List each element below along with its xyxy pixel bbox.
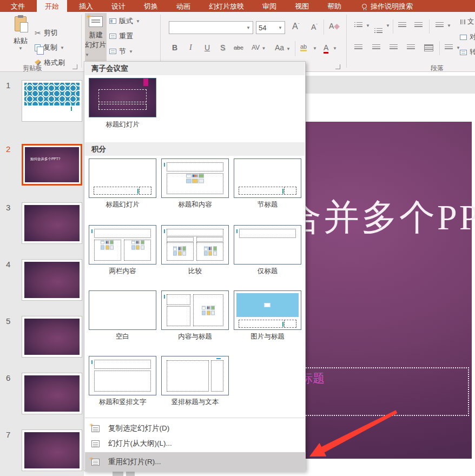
distribute-button[interactable] bbox=[424, 44, 433, 51]
menu-slides-from-outline[interactable]: 幻灯片(从大纲)(L)... bbox=[85, 436, 306, 451]
grow-font-button[interactable]: Aˆ bbox=[292, 22, 299, 31]
group-divider bbox=[346, 15, 347, 68]
underline-button[interactable]: U bbox=[204, 43, 210, 52]
section-button[interactable]: 节 ▼ bbox=[109, 47, 133, 56]
font-size-combobox[interactable]: 54 ▼ bbox=[256, 21, 285, 34]
copy-dropdown-arrow[interactable]: ▼ bbox=[60, 45, 64, 50]
align-center-button[interactable] bbox=[372, 44, 380, 50]
tab-design[interactable]: 设计 bbox=[105, 0, 132, 12]
font-name-combobox[interactable]: ▼ bbox=[169, 21, 253, 34]
copy-button[interactable]: 复制 ▼ bbox=[35, 43, 64, 52]
accent-tab bbox=[143, 78, 148, 86]
line-spacing-button[interactable] bbox=[436, 22, 444, 28]
layout-title-only[interactable] bbox=[234, 225, 301, 265]
layout-comparison[interactable] bbox=[161, 225, 229, 265]
layout-button[interactable]: 版式 ▼ bbox=[109, 16, 140, 26]
reset-icon bbox=[109, 34, 116, 39]
convert-smartart-button[interactable]: 转 bbox=[460, 48, 475, 57]
bold-button[interactable]: B bbox=[172, 43, 177, 52]
strikethrough-button[interactable]: abc bbox=[234, 44, 243, 51]
bullets-dropdown-arrow[interactable]: ▼ bbox=[366, 23, 370, 28]
layout-vertical-title-and-text[interactable] bbox=[161, 356, 229, 395]
cut-button[interactable]: ✂ 剪切 bbox=[35, 28, 58, 38]
font-name-dropdown-arrow[interactable]: ▼ bbox=[246, 25, 250, 30]
numbering-dropdown-arrow[interactable]: ▼ bbox=[386, 23, 390, 28]
layout-label: 版式 bbox=[119, 16, 133, 26]
menu-duplicate-selected-slides[interactable]: ✳ 复制选定幻灯片(D) bbox=[85, 421, 306, 436]
align-right-button[interactable] bbox=[390, 44, 398, 50]
layout-title-slide[interactable] bbox=[89, 158, 156, 198]
slide-thumbnail-2[interactable]: 如何合并多个PPT? bbox=[22, 144, 82, 186]
character-spacing-button[interactable]: AV ▼ bbox=[252, 44, 266, 51]
text-direction-icon bbox=[459, 19, 465, 24]
layout-label: 仅标题 bbox=[234, 267, 301, 276]
slide-thumbnail-1[interactable] bbox=[22, 80, 82, 122]
numbering-button[interactable] bbox=[374, 28, 382, 34]
slide-thumbnail-4[interactable] bbox=[22, 259, 82, 301]
clipboard-dialog-launcher[interactable] bbox=[72, 64, 77, 69]
font-color-button[interactable]: A bbox=[324, 43, 328, 54]
columns-button[interactable] bbox=[445, 44, 453, 50]
subtitle-text-fragment: 标题 bbox=[305, 371, 342, 387]
layout-dropdown-arrow[interactable]: ▼ bbox=[136, 19, 140, 24]
highlight-dropdown-arrow[interactable]: ▼ bbox=[313, 46, 317, 51]
align-text-icon bbox=[460, 35, 467, 40]
shrink-font-button[interactable]: Aˇ bbox=[311, 23, 318, 31]
font-size-dropdown-arrow[interactable]: ▼ bbox=[278, 25, 282, 30]
layout-title-slide-ion[interactable] bbox=[89, 78, 156, 117]
tab-transitions[interactable]: 切换 bbox=[137, 0, 164, 12]
tab-animations[interactable]: 动画 bbox=[170, 0, 197, 12]
text-shadow-button[interactable]: S bbox=[220, 43, 225, 52]
clear-formatting-button[interactable]: A◆ bbox=[329, 22, 340, 30]
tab-review[interactable]: 审阅 bbox=[256, 0, 283, 12]
slide-thumbnail-3[interactable] bbox=[22, 202, 82, 244]
theme-section-header-2: 积分 bbox=[85, 142, 305, 156]
scrollbar-fragment[interactable] bbox=[126, 471, 135, 476]
layout-title-and-vertical-text[interactable] bbox=[89, 356, 156, 395]
reset-label: 重置 bbox=[119, 31, 133, 41]
tab-help[interactable]: 帮助 bbox=[321, 0, 348, 12]
new-slide-button[interactable]: ✳ 新建 幻灯片 ▼ bbox=[85, 13, 107, 61]
layout-label: 两栏内容 bbox=[89, 267, 156, 276]
line-spacing-dropdown-arrow[interactable]: ▼ bbox=[447, 23, 451, 28]
slide-thumbnail-5[interactable] bbox=[22, 316, 82, 358]
font-dialog-launcher[interactable] bbox=[335, 64, 340, 69]
layout-two-content[interactable] bbox=[89, 225, 156, 265]
reset-button[interactable]: 重置 bbox=[109, 31, 133, 41]
divider bbox=[429, 19, 430, 34]
tab-insert[interactable]: 插入 bbox=[72, 0, 100, 12]
new-slide-layout-dropdown: 离子会议室 标题幻灯片 积分 标题幻灯片 标题和内容 节标题 bbox=[84, 61, 306, 471]
tab-view[interactable]: 视图 bbox=[288, 0, 315, 12]
decrease-indent-button[interactable] bbox=[398, 22, 406, 28]
align-left-button[interactable] bbox=[354, 44, 362, 50]
bullets-button[interactable] bbox=[354, 22, 362, 28]
slide-number-7: 7 bbox=[6, 430, 10, 439]
layout-content-with-caption[interactable] bbox=[161, 290, 229, 330]
justify-button[interactable] bbox=[407, 44, 415, 50]
increase-indent-button[interactable] bbox=[414, 22, 423, 28]
scrollbar-fragment[interactable] bbox=[113, 471, 123, 476]
tell-me-search[interactable]: 操作说明搜索 bbox=[362, 0, 413, 12]
text-direction-button[interactable]: 文 bbox=[460, 17, 474, 27]
align-text-button[interactable]: 对 bbox=[460, 32, 475, 42]
highlight-color-button[interactable]: ab bbox=[300, 43, 307, 51]
slide-thumbnail-7[interactable] bbox=[22, 429, 82, 471]
tab-home[interactable]: 开始 bbox=[37, 0, 67, 12]
tab-slideshow[interactable]: 幻灯片放映 bbox=[202, 0, 250, 12]
group-divider bbox=[81, 15, 82, 68]
italic-button[interactable]: I bbox=[189, 43, 192, 52]
menu-reuse-slides[interactable]: ✳ 重用幻灯片(R)... bbox=[85, 452, 306, 472]
change-case-button[interactable]: Aa ▼ bbox=[275, 43, 291, 52]
divider bbox=[324, 19, 324, 35]
section-dropdown-arrow[interactable]: ▼ bbox=[129, 49, 133, 54]
slide-thumbnail-6[interactable] bbox=[22, 373, 82, 414]
layout-picture-with-caption[interactable] bbox=[234, 290, 301, 330]
paste-button[interactable]: 粘贴 ▼ bbox=[9, 16, 32, 51]
tab-file[interactable]: 文件 bbox=[4, 0, 31, 12]
layout-title-and-content[interactable] bbox=[161, 158, 229, 198]
layout-section-header[interactable] bbox=[234, 158, 301, 198]
font-color-dropdown-arrow[interactable]: ▼ bbox=[333, 46, 337, 51]
duplicate-slide-icon: ✳ bbox=[91, 425, 100, 432]
layout-blank[interactable] bbox=[89, 290, 156, 330]
paste-dropdown-arrow[interactable]: ▼ bbox=[18, 46, 23, 51]
